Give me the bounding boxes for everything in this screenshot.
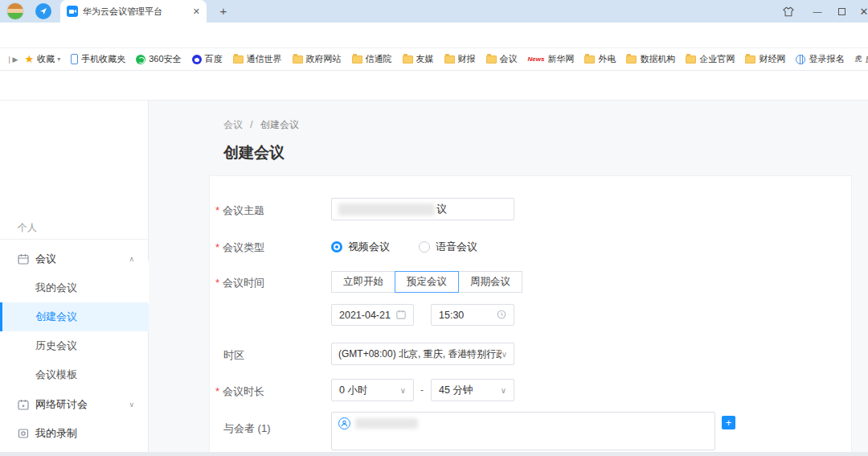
sidebar-item-label: 网络研讨会 [35, 397, 88, 412]
topic-input[interactable]: 议 [331, 198, 514, 220]
calendar-icon [396, 310, 406, 321]
bookmark-folder[interactable]: 友媒 [403, 53, 434, 65]
sidebar-divider [0, 239, 149, 240]
required-mark: * [215, 204, 219, 216]
sidebar-item-history-meetings[interactable]: 历史会议 [0, 331, 149, 360]
voice-meeting-label[interactable]: 语音会议 [436, 240, 477, 254]
app-header: 华为云会议 管理平台 在线订购 主持会议 购买咨询 任务中心 ∨ [0, 71, 868, 101]
bookmark-item[interactable]: News新华网 [528, 53, 575, 65]
recording-icon [18, 428, 29, 439]
duration-label: *会议时长 [215, 384, 264, 399]
bookmark-item[interactable]: 手机收藏夹 [71, 53, 125, 65]
participant-person-icon [338, 417, 350, 429]
bookmark-item[interactable]: 360安全 [136, 53, 181, 65]
tab-start-now[interactable]: 立即开始 [331, 271, 395, 293]
bookmark-folder[interactable]: 外电 [584, 53, 616, 65]
sidebar-item-my-meetings[interactable]: 我的会议 [0, 273, 149, 302]
folder-icon [686, 55, 696, 64]
folder-icon [403, 55, 413, 64]
topic-label: *会议主题 [215, 203, 264, 218]
page-title: 创建会议 [223, 142, 285, 163]
folder-icon [584, 55, 595, 64]
type-label: *会议类型 [215, 240, 264, 255]
sidebar-item-meeting-templates[interactable]: 会议模板 [0, 360, 149, 389]
breadcrumb-root[interactable]: 会议 [223, 119, 243, 130]
clock-icon [497, 310, 506, 321]
window-maximize-button[interactable] [831, 4, 852, 18]
browser-logo-icon[interactable] [35, 3, 51, 19]
sidebar-section-personal: 个人 [18, 221, 37, 235]
tab-schedule-meeting[interactable]: 预定会议 [395, 271, 459, 293]
360-security-icon [136, 55, 145, 64]
folder-icon [233, 55, 244, 64]
duration-separator: - [420, 384, 424, 396]
browser-tab[interactable]: 华为云会议管理平台 ✕ [60, 0, 207, 23]
bookmark-item[interactable]: 虎虎嗅网 [854, 53, 868, 65]
new-tab-button[interactable]: + [215, 3, 231, 19]
star-icon: ★ [24, 55, 34, 64]
duration-minutes-select[interactable]: 45 分钟 ∨ [431, 379, 514, 401]
sidebar-item-label: 我的录制 [35, 426, 77, 441]
folder-icon [626, 55, 637, 64]
bookmark-folder[interactable]: 会议 [486, 53, 518, 65]
shirt-icon [783, 6, 794, 17]
bookmark-folder[interactable]: 财经网 [745, 53, 785, 65]
duration-hours-select[interactable]: 0 小时 ∨ [331, 379, 414, 401]
sidebar-item-webinar[interactable]: 网络研讨会 ∨ [0, 390, 149, 419]
sidebar-item-my-recordings[interactable]: 我的录制 [0, 419, 149, 448]
tab-recurring-meeting[interactable]: 周期会议 [458, 271, 522, 293]
browser-profile-avatar[interactable] [6, 2, 24, 20]
bookmark-folder[interactable]: 通信世界 [233, 53, 282, 65]
sidebar-item-meeting[interactable]: 会议 ∧ [0, 244, 149, 273]
folder-icon [352, 55, 362, 64]
tab-favicon-camera-icon [67, 6, 78, 17]
bookmark-folder[interactable]: 企业官网 [686, 53, 735, 65]
participant-chip[interactable] [338, 417, 418, 429]
required-mark: * [215, 277, 219, 289]
radio-video-selected[interactable] [331, 241, 342, 253]
window-minimize-button[interactable]: — [807, 4, 828, 18]
favorites-dropdown-icon[interactable]: ▾ [57, 55, 60, 63]
timezone-label: 时区 [223, 348, 244, 363]
sidebar-item-create-meeting[interactable]: 创建会议 [0, 302, 149, 331]
maximize-icon [838, 8, 845, 15]
bookmark-favorites[interactable]: ★收藏▾ [24, 53, 60, 65]
bookmark-folder[interactable]: 信通院 [352, 53, 392, 65]
bookmark-folder[interactable]: 政府网站 [293, 53, 342, 65]
paper-plane-icon [39, 7, 47, 15]
date-input[interactable]: 2021-04-21 [331, 304, 414, 326]
bookmark-folder[interactable]: 财报 [444, 53, 476, 65]
radio-voice[interactable] [419, 241, 430, 253]
browser-titlebar: 华为云会议管理平台 ✕ + — ✕ [0, 0, 868, 23]
folder-icon [486, 55, 497, 64]
browser-skin-button[interactable] [778, 4, 799, 18]
bookmark-item[interactable]: 百度 [192, 53, 223, 65]
timezone-select[interactable]: (GMT+08:00) 北京, 重庆, 香港特别行政... ∨ [331, 343, 514, 365]
participants-label: 与会者 (1) [223, 421, 271, 436]
breadcrumb-current: 创建会议 [260, 119, 299, 130]
bookmark-item[interactable]: 登录报名 [796, 53, 844, 65]
chevron-down-icon[interactable]: ∨ [129, 401, 134, 409]
sidebar-item-label: 会议 [35, 252, 56, 266]
topic-visible-suffix: 议 [436, 202, 447, 216]
globe-icon [796, 55, 805, 64]
required-mark: * [215, 241, 219, 253]
redacted-participant-name [355, 418, 418, 429]
bookmark-folder[interactable]: 数据机构 [626, 53, 675, 65]
time-label: *会议时间 [215, 276, 264, 290]
time-input[interactable]: 15:30 [431, 304, 514, 326]
bookmarks-toggle-icon[interactable]: ❘▶ [6, 55, 18, 64]
add-participant-button[interactable]: + [722, 416, 735, 429]
baidu-icon [192, 55, 202, 64]
chevron-up-icon[interactable]: ∧ [129, 255, 134, 263]
tab-title: 华为云会议管理平台 [83, 6, 188, 18]
participants-box[interactable] [331, 412, 715, 450]
breadcrumb: 会议 / 创建会议 [223, 118, 299, 132]
video-meeting-label[interactable]: 视频会议 [348, 240, 390, 254]
window-close-button[interactable]: ✕ [854, 4, 868, 18]
huxiu-icon: 虎 [854, 54, 862, 64]
chevron-down-icon: ∨ [400, 386, 406, 395]
calendar-icon [18, 253, 29, 265]
sidebar: 个人 会议 ∧ 我的会议 创建会议 历史会议 会议模板 网络研讨会 ∨ 我的录制 [0, 101, 149, 452]
tab-close-icon[interactable]: ✕ [193, 6, 200, 17]
